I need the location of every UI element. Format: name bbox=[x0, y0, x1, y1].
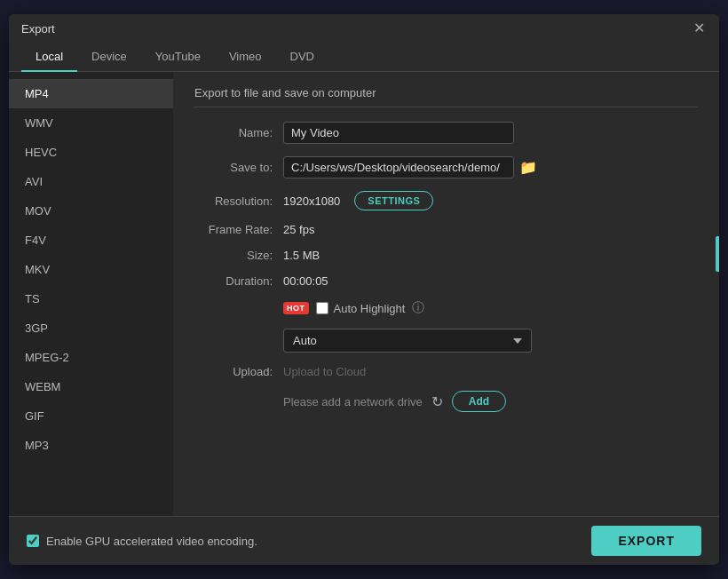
export-dialog: Export ✕ Local Device YouTube Vimeo DVD … bbox=[9, 14, 719, 565]
tab-bar: Local Device YouTube Vimeo DVD bbox=[9, 43, 719, 72]
format-avi[interactable]: AVI bbox=[9, 167, 173, 196]
name-label: Name: bbox=[194, 126, 283, 139]
resolution-value: 1920x1080 bbox=[283, 194, 340, 208]
path-row: 📁 bbox=[283, 156, 537, 178]
dialog-title: Export bbox=[21, 22, 55, 36]
name-input[interactable] bbox=[283, 122, 514, 144]
bottom-bar: Enable GPU accelerated video encoding. E… bbox=[9, 516, 719, 565]
save-to-row: Save to: 📁 bbox=[194, 156, 698, 178]
format-webm[interactable]: WEBM bbox=[9, 372, 173, 401]
auto-select-dropdown[interactable]: Auto 720p 1080p 4K bbox=[283, 329, 532, 353]
auto-select-row: Auto 720p 1080p 4K bbox=[194, 329, 698, 353]
format-list: MP4 WMV HEVC AVI MOV F4V MKV TS 3GP MPEG… bbox=[9, 72, 173, 516]
tab-local[interactable]: Local bbox=[21, 43, 77, 72]
save-path-input[interactable] bbox=[283, 156, 514, 178]
tab-dvd[interactable]: DVD bbox=[276, 43, 328, 72]
folder-icon[interactable]: 📁 bbox=[519, 159, 537, 176]
network-row: Please add a network drive ↻ Add bbox=[194, 391, 698, 412]
title-bar: Export ✕ bbox=[9, 14, 719, 43]
add-network-button[interactable]: Add bbox=[452, 391, 506, 412]
teal-accent-bar bbox=[716, 236, 719, 272]
duration-row: Duration: 00:00:05 bbox=[194, 274, 698, 288]
duration-value: 00:00:05 bbox=[283, 274, 698, 288]
network-text: Please add a network drive bbox=[283, 395, 423, 408]
framerate-row: Frame Rate: 25 fps bbox=[194, 223, 698, 236]
section-header: Export to file and save on computer bbox=[194, 86, 698, 107]
refresh-icon[interactable]: ↻ bbox=[431, 393, 443, 410]
resolution-value-row: 1920x1080 SETTINGS bbox=[283, 191, 433, 210]
gpu-label-text: Enable GPU accelerated video encoding. bbox=[46, 535, 257, 548]
size-value: 1.5 MB bbox=[283, 249, 698, 262]
tab-youtube[interactable]: YouTube bbox=[141, 43, 215, 72]
export-button[interactable]: EXPORT bbox=[591, 526, 701, 556]
framerate-label: Frame Rate: bbox=[194, 223, 283, 236]
help-icon[interactable]: ⓘ bbox=[412, 300, 424, 316]
save-to-label: Save to: bbox=[194, 161, 283, 174]
upload-label: Upload: bbox=[194, 365, 283, 378]
network-controls: Please add a network drive ↻ Add bbox=[283, 391, 506, 412]
settings-button[interactable]: SETTINGS bbox=[354, 191, 433, 210]
size-row: Size: 1.5 MB bbox=[194, 249, 698, 262]
gpu-checkbox[interactable] bbox=[27, 535, 39, 547]
format-mkv[interactable]: MKV bbox=[9, 255, 173, 284]
gpu-acceleration-label[interactable]: Enable GPU accelerated video encoding. bbox=[27, 535, 257, 548]
format-3gp[interactable]: 3GP bbox=[9, 313, 173, 343]
format-mpeg2[interactable]: MPEG-2 bbox=[9, 343, 173, 372]
upload-row: Upload: Upload to Cloud bbox=[194, 365, 698, 378]
format-mp4[interactable]: MP4 bbox=[9, 79, 173, 108]
close-button[interactable]: ✕ bbox=[692, 21, 707, 36]
format-mp3[interactable]: MP3 bbox=[9, 431, 173, 460]
highlight-row: HOT Auto Highlight ⓘ bbox=[194, 300, 698, 316]
format-f4v[interactable]: F4V bbox=[9, 226, 173, 255]
content-area: MP4 WMV HEVC AVI MOV F4V MKV TS 3GP MPEG… bbox=[9, 72, 719, 516]
format-ts[interactable]: TS bbox=[9, 284, 173, 313]
format-hevc[interactable]: HEVC bbox=[9, 138, 173, 167]
size-label: Size: bbox=[194, 249, 283, 262]
duration-label: Duration: bbox=[194, 274, 283, 288]
resolution-label: Resolution: bbox=[194, 194, 283, 208]
auto-highlight-checkbox[interactable] bbox=[316, 302, 328, 314]
hot-badge: HOT bbox=[283, 302, 309, 314]
format-gif[interactable]: GIF bbox=[9, 401, 173, 431]
tab-vimeo[interactable]: Vimeo bbox=[215, 43, 276, 72]
auto-highlight-label[interactable]: Auto Highlight bbox=[316, 302, 406, 315]
name-row: Name: bbox=[194, 122, 698, 144]
framerate-value: 25 fps bbox=[283, 223, 698, 236]
resolution-row: Resolution: 1920x1080 SETTINGS bbox=[194, 191, 698, 210]
format-wmv[interactable]: WMV bbox=[9, 108, 173, 138]
auto-highlight-text: Auto Highlight bbox=[334, 302, 406, 315]
highlight-controls: HOT Auto Highlight ⓘ bbox=[283, 300, 424, 316]
upload-cloud-button: Upload to Cloud bbox=[283, 365, 366, 378]
tab-device[interactable]: Device bbox=[77, 43, 141, 72]
format-mov[interactable]: MOV bbox=[9, 196, 173, 226]
main-panel: Export to file and save on computer Name… bbox=[173, 72, 719, 516]
